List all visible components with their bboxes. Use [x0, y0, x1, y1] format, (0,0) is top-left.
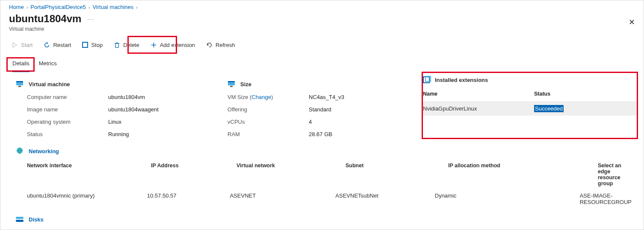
value-vmsize: NC4as_T4_v3 — [309, 94, 424, 100]
breadcrumb-vms[interactable]: Virtual machines — [92, 4, 133, 10]
value-vcpus: 4 — [309, 119, 424, 125]
chevron-right-icon: › — [27, 5, 28, 10]
section-disks-header[interactable]: Disks — [16, 216, 632, 223]
more-menu-icon[interactable]: ··· — [87, 16, 95, 22]
label-offering: Offering — [227, 106, 309, 113]
delete-button[interactable]: Delete — [111, 40, 142, 50]
play-icon — [12, 42, 18, 48]
refresh-button[interactable]: Refresh — [204, 40, 238, 50]
value-computer-name: ubuntu1804vm — [108, 94, 227, 100]
label-computer-name: Computer name — [27, 94, 108, 100]
tab-details[interactable]: Details — [12, 58, 30, 72]
page-subtitle: Virtual machine — [0, 25, 644, 36]
disks-icon — [16, 217, 24, 223]
installed-extensions-panel: Installed extensions Name Status NvidiaG… — [423, 76, 638, 116]
restart-icon — [44, 42, 50, 48]
chevron-right-icon: › — [136, 5, 138, 10]
trash-icon — [114, 42, 120, 48]
stop-icon — [82, 42, 88, 48]
section-networking-header[interactable]: Networking — [16, 147, 632, 156]
stop-button[interactable]: Stop — [80, 40, 105, 50]
col-ext-name: Name — [423, 91, 534, 97]
col-ext-status: Status — [534, 91, 638, 97]
restart-button[interactable]: Restart — [41, 40, 74, 50]
value-offering: Standard — [309, 106, 424, 113]
ext-status-cell: Succeeded — [534, 105, 564, 112]
start-button: Start — [9, 40, 35, 50]
section-vm-header: Virtual machine — [16, 80, 227, 88]
command-bar: Start Restart Stop Delete Add extension … — [0, 36, 644, 53]
value-nic: ubuntu1804vmnic (primary) — [27, 192, 147, 205]
breadcrumb: Home › PortalPhysicalDevice5 › Virtual m… — [0, 0, 644, 12]
extension-row[interactable]: NvidiaGpuDriverLinux Succeeded — [423, 101, 638, 116]
label-image-name: Image name — [27, 106, 108, 113]
svg-rect-9 — [228, 81, 235, 82]
plus-icon — [151, 42, 157, 48]
svg-rect-7 — [18, 86, 21, 87]
col-ip-method: IP allocation method — [448, 163, 598, 186]
monitor-icon — [227, 80, 235, 88]
monitor-icon — [16, 80, 24, 88]
breadcrumb-home[interactable]: Home — [9, 4, 24, 10]
extension-icon — [423, 76, 430, 83]
col-subnet: Subnet — [346, 163, 448, 186]
svg-rect-6 — [16, 81, 23, 82]
value-ip: 10.57.50.57 — [147, 192, 230, 205]
globe-icon — [16, 147, 24, 156]
value-os: Linux — [108, 119, 227, 125]
value-ram: 28.67 GB — [309, 131, 424, 137]
col-vnet: Virtual network — [236, 163, 346, 186]
breadcrumb-device[interactable]: PortalPhysicalDevice5 — [30, 4, 86, 10]
col-network-interface: Network interface — [27, 163, 151, 186]
ext-name-cell: NvidiaGpuDriverLinux — [423, 105, 534, 112]
network-row: ubuntu1804vmnic (primary) 10.57.50.57 AS… — [27, 192, 632, 205]
close-icon[interactable]: ✕ — [629, 17, 635, 27]
add-extension-button[interactable]: Add extension — [148, 40, 198, 50]
chevron-right-icon: › — [89, 5, 90, 10]
col-edge-rg: Select an edge resource group — [598, 163, 632, 186]
label-os: Operating system — [27, 119, 108, 125]
value-image-name: ubuntu1804waagent — [108, 106, 227, 113]
page-title: ubuntu1804vm — [9, 13, 81, 25]
value-vnet: ASEVNET — [230, 192, 335, 205]
value-edge-rg: ASE-IMAGE-RESOURCEGROUP — [580, 192, 632, 205]
change-vmsize-link[interactable]: Change — [251, 94, 271, 100]
label-vmsize: VM Size (Change) — [227, 94, 309, 100]
label-ram: RAM — [227, 131, 309, 137]
tab-metrics[interactable]: Metrics — [39, 58, 57, 72]
value-ip-method: Dynamic — [435, 192, 580, 205]
label-status: Status — [27, 131, 108, 137]
svg-rect-10 — [230, 86, 233, 87]
section-size-header: Size — [227, 80, 424, 88]
col-ip: IP Address — [151, 163, 236, 186]
tab-bar: Details Metrics — [0, 53, 644, 73]
refresh-icon — [206, 42, 213, 48]
value-subnet: ASEVNETsubNet — [335, 192, 434, 205]
svg-rect-0 — [115, 43, 119, 47]
label-vcpus: vCPUs — [227, 119, 309, 125]
value-status: Running — [108, 131, 227, 137]
